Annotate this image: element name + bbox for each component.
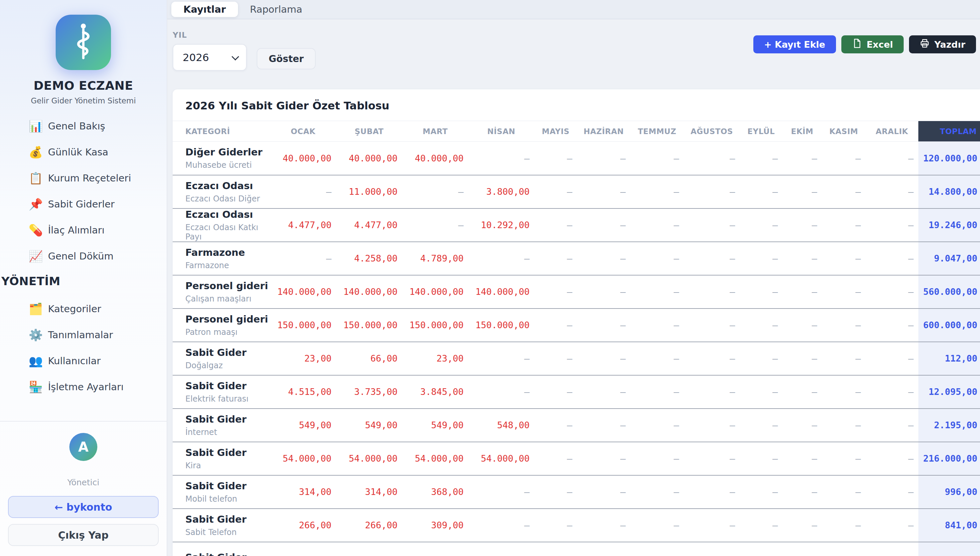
year-select[interactable]: 2026 [172,44,247,71]
month-value-cell [630,542,683,556]
column-header-aralik: ARALIK [866,121,918,142]
month-value-cell: – [740,442,782,475]
column-header-subat: ŞUBAT [336,121,402,142]
sidebar-item-i-sletme-ayarlari[interactable]: 🏪İşletme Ayarları [0,374,167,400]
excel-button[interactable]: Excel [841,36,904,53]
month-value-cell: 4.258,00 [336,242,402,275]
show-button[interactable]: Göster [257,48,316,70]
action-buttons: + Kayıt Ekle Excel Yazdır [753,36,976,53]
month-value-cell [866,542,918,556]
month-value-cell: – [866,309,918,342]
month-value-cell: – [534,509,577,542]
month-value-cell: – [866,175,918,208]
month-value-cell: – [782,342,822,375]
sidebar-item-i-lac-alimlari[interactable]: 💊İlaç Alımları [0,217,167,243]
month-value-cell [822,542,866,556]
total-cell: 12.095,00 [918,375,980,409]
category-subtitle: Patron maaşı [185,328,270,337]
sidebar-item-genel-bakis[interactable]: 📊Genel Bakış [0,113,167,139]
table-row: Sabit Giderİnternet549,00549,00549,00548… [172,409,980,442]
month-value-cell: – [740,475,782,509]
category-name: Personel gideri [185,314,270,325]
sidebar-item-genel-dokum[interactable]: 📈Genel Döküm [0,243,167,269]
month-value-cell: – [866,375,918,409]
print-button[interactable]: Yazdır [909,36,976,53]
table-header-row: KATEGORİOCAKŞUBATMARTNİSANMAYISHAZİRANTE… [172,121,980,142]
month-value-cell: 314,00 [270,475,336,509]
month-value-cell [468,542,534,556]
column-header-ni-san: NİSAN [468,121,534,142]
month-value-cell: – [577,142,630,175]
column-header-kategori: KATEGORİ [172,121,270,142]
month-value-cell: – [534,275,577,309]
month-value-cell: – [683,475,740,509]
month-value-cell: – [577,242,630,275]
month-value-cell: – [740,142,782,175]
month-value-cell: – [822,309,866,342]
sidebar-menu: 📊Genel Bakış💰Günlük Kasa📋Kurum Reçeteler… [0,113,167,269]
month-value-cell: 368,00 [402,475,468,509]
month-value-cell: – [822,275,866,309]
month-value-cell: – [866,242,918,275]
month-value-cell: – [468,375,534,409]
month-value-cell: – [782,509,822,542]
table-title: 2026 Yılı Sabit Gider Özet Tablosu [172,89,980,121]
sidebar-item-gunluk-kasa[interactable]: 💰Günlük Kasa [0,139,167,165]
month-value-cell: – [782,309,822,342]
tab-raporlama[interactable]: Raporlama [238,2,314,17]
month-value-cell: – [822,409,866,442]
sidebar-item-label: Tanımlamalar [48,329,113,341]
sidebar-item-kullanicilar[interactable]: 👥Kullanıcılar [0,348,167,374]
month-value-cell: – [782,142,822,175]
tab-kayitlar[interactable]: Kayıtlar [171,2,238,17]
month-value-cell: – [534,175,577,208]
table-row: Eczacı OdasıEczacı Odası Katkı Payı4.477… [172,208,980,242]
add-record-button[interactable]: + Kayıt Ekle [753,36,836,53]
category-name: Sabit Gider [185,380,270,391]
table-row: Personel gideriPatron maaşı150.000,00150… [172,309,980,342]
month-value-cell: 10.292,00 [468,208,534,242]
total-cell: 560.000,00 [918,275,980,309]
sidebar-item-kategoriler[interactable]: 🗂️Kategoriler [0,296,167,322]
month-value-cell: – [402,208,468,242]
month-value-cell: 3.800,00 [468,175,534,208]
category-subtitle: Kira [185,461,270,470]
month-value-cell: – [468,242,534,275]
category-subtitle: Eczacı Odası Diğer [185,194,270,204]
month-value-cell [402,542,468,556]
category-cell: Sabit Gider [172,542,270,556]
sidebar-item-sabit-giderler[interactable]: 📌Sabit Giderler [0,191,167,217]
genel-dokum-icon: 📈 [29,251,48,262]
month-value-cell: – [683,342,740,375]
total-cell: 841,00 [918,509,980,542]
month-value-cell: 549,00 [270,409,336,442]
category-name: Farmazone [185,247,270,258]
month-value-cell: 66,00 [336,342,402,375]
account-button[interactable]: ← bykonto [8,496,159,518]
category-subtitle: Muhasebe ücreti [185,160,270,170]
month-value-cell: – [630,409,683,442]
category-cell: Personel gideriPatron maaşı [172,309,270,342]
month-value-cell: – [866,509,918,542]
month-value-cell: – [534,475,577,509]
column-header-eylul: EYLÜL [740,121,782,142]
sidebar-item-tanimlamalar[interactable]: ⚙️Tanımlamalar [0,322,167,348]
month-value-cell: – [577,275,630,309]
sidebar-item-kurum-receteleri[interactable]: 📋Kurum Reçeteleri [0,165,167,191]
sidebar-user-block: A Yönetici ← bykonto Çıkış Yap [0,421,167,556]
month-value-cell: – [534,242,577,275]
month-value-cell: 54.000,00 [336,442,402,475]
category-name: Sabit Gider [185,552,270,556]
logout-button[interactable]: Çıkış Yap [8,524,159,546]
filter-bar: YIL 2026 Göster + Kayıt Ekle Excel [167,19,980,71]
category-name: Sabit Gider [185,447,270,458]
category-cell: Eczacı OdasıEczacı Odası Diğer [172,175,270,208]
month-value-cell: 150.000,00 [402,309,468,342]
month-value-cell: – [740,375,782,409]
table-row: Sabit GiderKira54.000,0054.000,0054.000,… [172,442,980,475]
month-value-cell: – [866,275,918,309]
total-cell: 112,00 [918,342,980,375]
month-value-cell: – [270,175,336,208]
month-value-cell: 3.845,00 [402,375,468,409]
app-logo [56,15,111,70]
